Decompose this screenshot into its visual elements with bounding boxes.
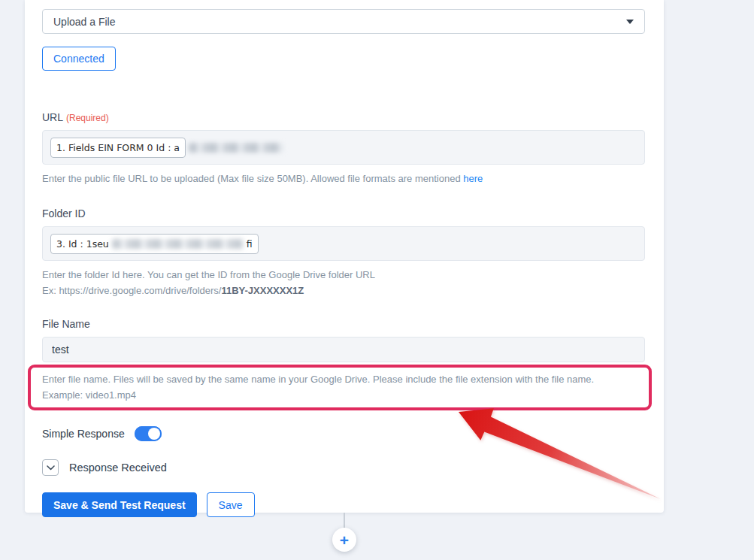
url-mapped-token[interactable]: 1. Fields EIN FORM 0 Id : a — [50, 138, 186, 158]
redacted-text — [189, 143, 283, 153]
url-input[interactable]: 1. Fields EIN FORM 0 Id : a — [42, 130, 645, 165]
file-name-input[interactable] — [42, 337, 645, 362]
folder-help-line1: Enter the folder Id here. You can get th… — [42, 269, 375, 280]
url-field-label: URL(Required) — [42, 111, 646, 123]
folder-id-field-label: Folder ID — [42, 207, 646, 219]
redacted-text — [112, 239, 244, 249]
simple-response-row: Simple Response — [42, 426, 646, 441]
connected-button[interactable]: Connected — [42, 47, 116, 71]
folder-id-input[interactable]: 3. Id : 1seufi — [42, 226, 645, 261]
folder-help-example-id: 11BY-JXXXXXX1Z — [221, 285, 304, 296]
folder-token-suffix: fi — [247, 238, 253, 250]
annotation-highlight: Enter file name. Files will be saved by … — [28, 365, 652, 410]
plus-icon: + — [340, 532, 349, 548]
response-received-label: Response Received — [69, 462, 167, 474]
expand-response-button[interactable] — [42, 459, 59, 476]
add-step-button[interactable]: + — [332, 528, 356, 552]
url-help-text: Enter the public file URL to be uploaded… — [42, 171, 646, 186]
help-here-link[interactable]: here — [463, 173, 483, 184]
url-field-section: URL(Required) 1. Fields EIN FORM 0 Id : … — [42, 111, 646, 186]
folder-id-field-section: Folder ID 3. Id : 1seufi Enter the folde… — [42, 207, 646, 298]
action-event-select[interactable]: Upload a File — [42, 9, 645, 34]
file-name-help-text: Enter file name. Files will be saved by … — [42, 371, 637, 403]
file-name-help-line1: Enter file name. Files will be saved by … — [42, 374, 594, 385]
save-send-test-request-button[interactable]: Save & Send Test Request — [42, 492, 197, 517]
folder-id-mapped-token[interactable]: 3. Id : 1seufi — [50, 234, 259, 254]
toggle-knob — [148, 428, 160, 440]
folder-token-prefix: 3. Id : 1seu — [56, 238, 109, 250]
save-button[interactable]: Save — [207, 492, 255, 517]
folder-id-help-text: Enter the folder Id here. You can get th… — [42, 267, 646, 298]
action-event-selected-value: Upload a File — [53, 16, 116, 28]
chevron-down-icon — [47, 465, 55, 471]
chevron-down-icon — [626, 20, 634, 24]
file-name-field-label: File Name — [42, 318, 646, 330]
simple-response-label: Simple Response — [42, 428, 125, 440]
file-name-help-line2: Example: video1.mp4 — [42, 389, 136, 401]
action-config-card: Upload a File Connected URL(Required) 1.… — [25, 0, 664, 513]
url-label-text: URL — [42, 111, 63, 123]
file-name-field-section: File Name Enter file name. Files will be… — [42, 318, 646, 410]
simple-response-toggle[interactable] — [135, 426, 162, 441]
step-connector-line — [344, 513, 345, 528]
response-received-row: Response Received — [42, 459, 646, 476]
required-badge: (Required) — [66, 113, 109, 123]
url-help-body: Enter the public file URL to be uploaded… — [42, 173, 463, 184]
folder-help-line2: Ex: https://drive.google.com/drive/folde… — [42, 285, 221, 296]
